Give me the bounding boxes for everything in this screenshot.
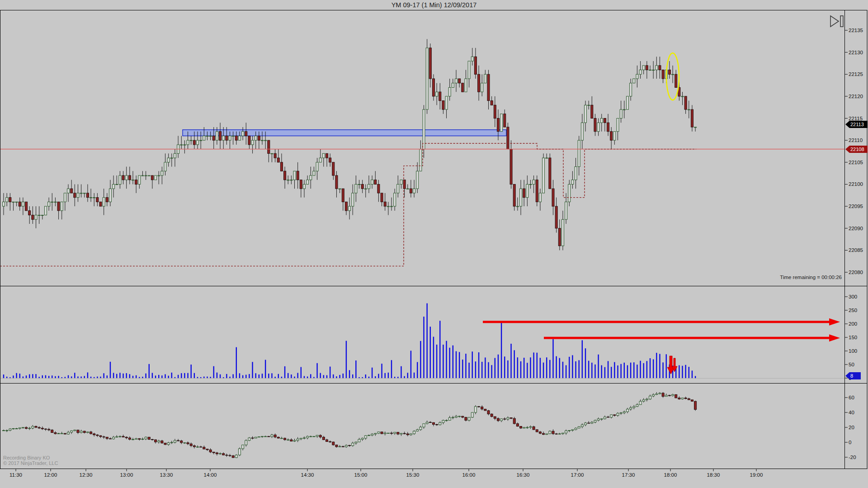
chart-canvas[interactable]: 2213522130221252212022115221102210522100… [0,0,868,488]
svg-text:22100: 22100 [849,181,863,187]
svg-text:250: 250 [849,308,857,313]
svg-text:200: 200 [849,321,857,327]
last-price-tag: 22113 [845,121,868,128]
svg-text:12:30: 12:30 [80,472,93,478]
svg-text:22105: 22105 [849,160,863,165]
time-remaining-label: Time remaining = 00:00:26 [780,275,842,280]
svg-text:14:30: 14:30 [301,472,314,478]
svg-text:13:30: 13:30 [160,472,173,478]
svg-text:18:30: 18:30 [707,472,720,478]
svg-text:20: 20 [849,425,854,430]
svg-text:-20: -20 [849,455,856,460]
svg-text:13:00: 13:00 [120,472,133,478]
hline-price-tag: 22108 [845,146,868,153]
price-panel [3,39,697,250]
svg-text:22125: 22125 [849,71,863,77]
volume-panel [0,303,844,379]
svg-text:17:00: 17:00 [571,472,584,478]
blue-rect-drawing[interactable] [183,130,506,136]
svg-text:50: 50 [849,362,854,367]
watermark-line1: Recording Binary KO [3,455,58,460]
svg-text:0: 0 [849,440,851,445]
svg-text:15:00: 15:00 [354,472,368,478]
svg-text:22095: 22095 [849,204,863,209]
svg-text:22110: 22110 [849,137,863,143]
svg-text:22120: 22120 [849,94,863,99]
svg-text:15:30: 15:30 [406,472,420,478]
svg-text:22080: 22080 [849,270,863,275]
svg-text:40: 40 [849,410,854,415]
svg-text:16:30: 16:30 [517,472,530,478]
svg-text:22090: 22090 [849,226,863,231]
skip-to-end-icon[interactable] [829,14,847,29]
svg-text:12:00: 12:00 [44,472,57,478]
chart-window: YM 09-17 (1 Min) 12/09/2017 221352213022… [0,0,868,488]
indicator-panel [3,392,697,458]
svg-text:17:30: 17:30 [622,472,635,478]
svg-text:18:00: 18:00 [664,472,677,478]
watermark: Recording Binary KO © 2017 NinjaTrader, … [3,455,58,466]
svg-text:100: 100 [849,348,857,354]
svg-text:60: 60 [849,395,854,400]
svg-text:22130: 22130 [849,50,863,55]
svg-text:14:00: 14:00 [204,472,217,478]
svg-text:19:00: 19:00 [750,472,763,478]
svg-text:16:00: 16:00 [462,472,476,478]
svg-text:150: 150 [849,335,857,340]
volume-arrows [483,318,840,374]
svg-text:22085: 22085 [849,247,863,253]
svg-text:22115: 22115 [849,116,863,121]
svg-text:300: 300 [849,294,857,299]
svg-text:22135: 22135 [849,28,863,33]
watermark-line2: © 2017 NinjaTrader, LLC [3,460,58,466]
svg-text:11:30: 11:30 [9,472,22,478]
